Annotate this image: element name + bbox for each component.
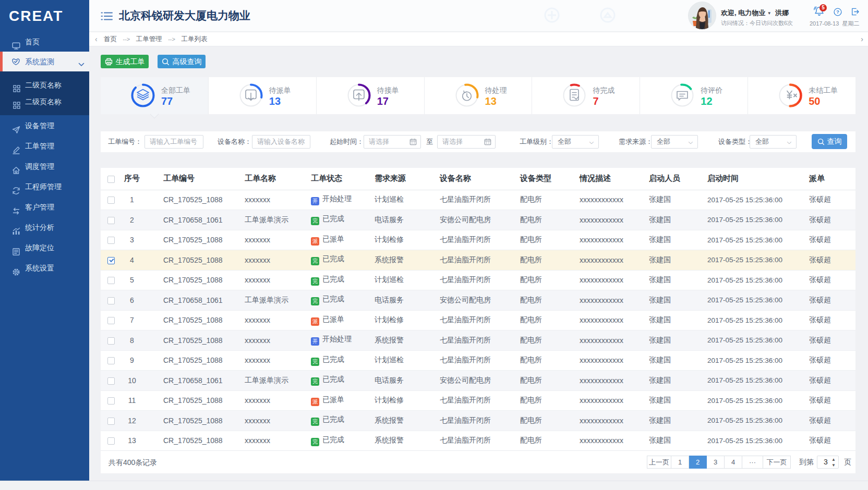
svg-text:?: ? bbox=[836, 9, 839, 15]
